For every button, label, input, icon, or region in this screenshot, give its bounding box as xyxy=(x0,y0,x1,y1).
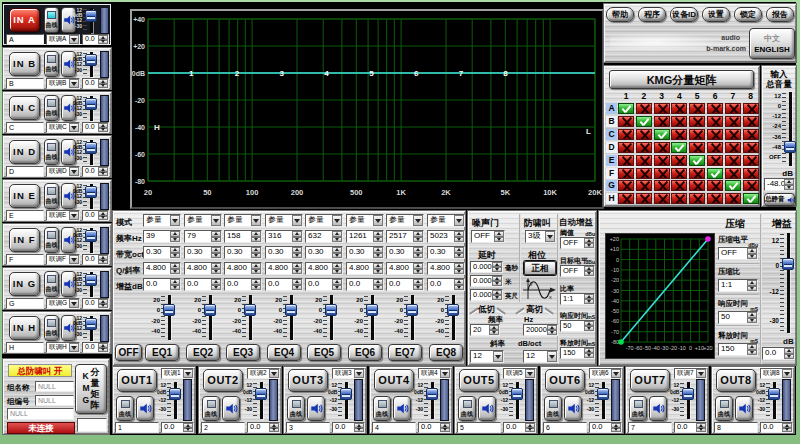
matrix-cell-D8[interactable] xyxy=(743,142,759,153)
eq-freq-1-down-arrow[interactable] xyxy=(170,237,180,243)
gain-in-B[interactable]: 0.0 xyxy=(82,78,109,89)
gain-in-G[interactable]: 0.0 xyxy=(82,298,109,309)
eq-freq-5[interactable]: 632 xyxy=(305,230,343,243)
matrix-cell-B6[interactable] xyxy=(707,116,723,127)
link-select-out-8-dropdown-arrow[interactable] xyxy=(782,369,792,378)
matrix-cell-B7[interactable] xyxy=(725,116,741,127)
matrix-cell-B5[interactable] xyxy=(689,116,705,127)
gain-in-F-down-arrow[interactable] xyxy=(98,260,108,265)
matrix-cell-C5[interactable] xyxy=(689,129,705,140)
compressor-value-3[interactable]: 150 xyxy=(718,343,758,356)
master-volume-value-down-arrow[interactable] xyxy=(784,185,794,191)
eq-q-5-down-arrow[interactable] xyxy=(332,269,342,275)
matrix-cell-G8[interactable] xyxy=(743,180,759,191)
eq-mode-2[interactable]: 参量 xyxy=(184,214,222,227)
output-button-3[interactable]: OUT3 xyxy=(288,369,328,392)
input-button-D[interactable]: IN D xyxy=(9,140,40,164)
eq-band-button-3[interactable]: EQ3 xyxy=(226,344,260,361)
matrix-cell-A7[interactable] xyxy=(725,103,741,114)
autogain-value-1[interactable]: OFF xyxy=(560,265,595,277)
output-fader-2-handle[interactable] xyxy=(255,388,267,400)
input-button-C[interactable]: IN C xyxy=(9,96,40,120)
matrix-cell-D7[interactable] xyxy=(725,142,741,153)
gain-in-B-down-arrow[interactable] xyxy=(98,84,108,89)
eq-fader-3-handle[interactable] xyxy=(244,304,256,316)
link-select-out-5[interactable]: 联调5 xyxy=(503,368,536,379)
input-button-H[interactable]: IN H xyxy=(9,316,40,340)
eq-freq-6[interactable]: 1261 xyxy=(346,230,384,243)
input-name-H[interactable]: H xyxy=(6,342,44,353)
link-select-in-F-dropdown-arrow[interactable] xyxy=(69,255,79,264)
eq-q-7[interactable]: 4.800 xyxy=(386,262,424,275)
eq-fader-1-handle[interactable] xyxy=(163,304,175,316)
link-select-out-6-dropdown-arrow[interactable] xyxy=(611,369,621,378)
matrix-cell-F3[interactable] xyxy=(654,168,670,179)
autogain-value-0[interactable]: OFF xyxy=(560,237,595,249)
gain-in-H[interactable]: 0.0 xyxy=(82,342,109,353)
output-gain-value[interactable]: 0.0 xyxy=(762,347,795,360)
link-select-in-A[interactable]: 联调A xyxy=(46,34,80,45)
output-button-1[interactable]: OUT1 xyxy=(117,369,157,392)
mute-button-out-4[interactable] xyxy=(393,396,411,421)
eq-freq-5-down-arrow[interactable] xyxy=(332,237,342,243)
eq-mode-5[interactable]: 参量 xyxy=(305,214,343,227)
link-select-out-7-dropdown-arrow[interactable] xyxy=(696,369,706,378)
delay-value-2-down-arrow[interactable] xyxy=(492,295,502,300)
delay-value-0-down-arrow[interactable] xyxy=(492,267,502,272)
feedback-level[interactable]: 3级 xyxy=(525,230,556,243)
compressor-value-1-down-arrow[interactable] xyxy=(747,286,757,292)
matrix-cell-D2[interactable] xyxy=(636,142,652,153)
matrix-cell-A1[interactable] xyxy=(618,103,634,114)
output-fader-7-handle[interactable] xyxy=(682,388,694,400)
group-extra-input[interactable]: NULL xyxy=(7,408,74,420)
gain-out-7-down-arrow[interactable] xyxy=(696,428,706,433)
matrix-cell-C3[interactable] xyxy=(654,129,670,140)
output-gain-value-down-arrow[interactable] xyxy=(784,354,794,360)
eq-q-5[interactable]: 4.800 xyxy=(305,262,343,275)
mute-button-out-8[interactable] xyxy=(735,396,753,421)
gain-out-8[interactable]: 0.0 xyxy=(760,422,793,433)
eq-mode-3-dropdown-arrow[interactable] xyxy=(251,215,261,226)
eq-q-1-down-arrow[interactable] xyxy=(170,269,180,275)
curve-button-out-6[interactable]: 曲线 xyxy=(544,396,562,421)
input-button-A[interactable]: IN A xyxy=(9,8,40,32)
eq-mode-1-dropdown-arrow[interactable] xyxy=(170,215,180,226)
eq-q-6-down-arrow[interactable] xyxy=(373,269,383,275)
eq-mode-8-dropdown-arrow[interactable] xyxy=(454,215,464,226)
compressor-value-1[interactable]: 1:1 xyxy=(718,279,758,292)
matrix-cell-E7[interactable] xyxy=(725,155,741,166)
eq-bw-8-down-arrow[interactable] xyxy=(454,253,464,259)
toolbar-button-3[interactable]: 设置 xyxy=(702,7,730,22)
eq-mode-7-dropdown-arrow[interactable] xyxy=(413,215,423,226)
link-select-in-H[interactable]: 联调H xyxy=(46,342,80,353)
matrix-cell-C2[interactable] xyxy=(636,129,652,140)
curve-button-out-1[interactable]: 曲线 xyxy=(116,396,134,421)
output-name-5[interactable]: 5 xyxy=(457,422,501,433)
toolbar-button-5[interactable]: 报告 xyxy=(766,7,794,22)
gain-out-8-down-arrow[interactable] xyxy=(782,428,792,433)
link-select-out-3[interactable]: 联调3 xyxy=(332,368,365,379)
eq-q-2[interactable]: 4.800 xyxy=(184,262,222,275)
eq-band-button-1[interactable]: EQ1 xyxy=(145,344,179,361)
eq-freq-2-down-arrow[interactable] xyxy=(211,237,221,243)
matrix-cell-H4[interactable] xyxy=(671,193,687,204)
autogain-value-2-down-arrow[interactable] xyxy=(584,299,594,304)
curve-button-out-2[interactable]: 曲线 xyxy=(202,396,220,421)
eq-gain-3-down-arrow[interactable] xyxy=(251,285,261,291)
matrix-cell-E8[interactable] xyxy=(743,155,759,166)
input-button-B[interactable]: IN B xyxy=(9,52,40,76)
curve-button-in-H[interactable]: 曲线 xyxy=(44,315,59,341)
matrix-cell-G5[interactable] xyxy=(689,180,705,191)
eq-bw-4[interactable]: 0.30 xyxy=(265,246,303,259)
matrix-cell-H6[interactable] xyxy=(707,193,723,204)
matrix-cell-A6[interactable] xyxy=(707,103,723,114)
gain-in-D-down-arrow[interactable] xyxy=(98,172,108,177)
link-select-in-B[interactable]: 联调B xyxy=(46,78,80,89)
eq-gain-1-down-arrow[interactable] xyxy=(170,285,180,291)
matrix-cell-H8[interactable] xyxy=(743,193,759,204)
eq-fader-8-handle[interactable] xyxy=(447,304,459,316)
link-select-out-6[interactable]: 联调6 xyxy=(589,368,622,379)
mute-button-out-7[interactable] xyxy=(649,396,667,421)
eq-band-button-8[interactable]: EQ8 xyxy=(429,344,463,361)
eq-bw-3-down-arrow[interactable] xyxy=(251,253,261,259)
